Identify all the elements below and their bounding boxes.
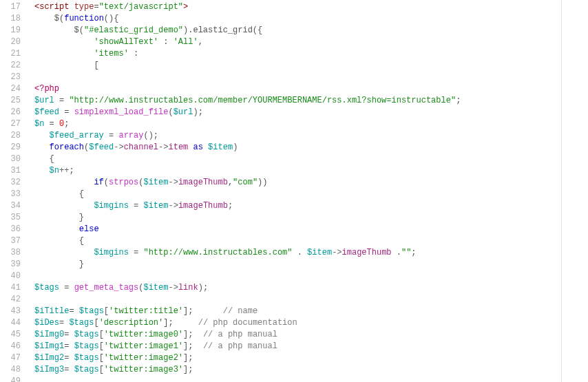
code-line[interactable]: $n++;: [34, 165, 588, 177]
line-number: 42: [3, 294, 21, 306]
code-line[interactable]: {: [34, 189, 588, 200]
code-line[interactable]: [34, 270, 588, 282]
code-line[interactable]: {: [34, 153, 588, 165]
line-number-gutter: 1718192021222324252627282930313233343536…: [0, 0, 26, 382]
code-line[interactable]: $iImg3= $tags['twitter:image3'];: [34, 364, 588, 376]
line-number: 47: [3, 352, 21, 364]
line-number: 33: [3, 189, 21, 200]
code-line[interactable]: }: [34, 259, 588, 270]
code-line[interactable]: [34, 376, 588, 382]
line-number: 38: [3, 247, 21, 259]
line-number: 45: [3, 329, 21, 341]
code-line[interactable]: [34, 294, 588, 306]
line-number: 20: [3, 36, 21, 48]
code-line[interactable]: }: [34, 212, 588, 224]
code-content-area[interactable]: <script type="text/javascript"> $(functi…: [26, 0, 588, 382]
line-number: 48: [3, 364, 21, 376]
code-line[interactable]: $iDes= $tags['description']; // php docu…: [34, 317, 588, 329]
line-number: 19: [3, 25, 21, 36]
line-number: 43: [3, 306, 21, 317]
line-number: 44: [3, 317, 21, 329]
line-number: 32: [3, 177, 21, 189]
line-number: 22: [3, 60, 21, 72]
code-line[interactable]: $("#elastic_grid_demo").elastic_grid({: [34, 25, 588, 36]
code-line[interactable]: $url = "http://www.instructables.com/mem…: [34, 95, 588, 107]
code-line[interactable]: <?php: [34, 83, 588, 95]
line-number: 36: [3, 224, 21, 235]
code-line[interactable]: foreach($feed->channel->item as $item): [34, 142, 588, 153]
code-line[interactable]: $n = 0;: [34, 118, 588, 130]
code-line[interactable]: $(function(){: [34, 13, 588, 25]
code-line[interactable]: $iTitle= $tags['twitter:title']; // name: [34, 306, 588, 317]
line-number: 31: [3, 165, 21, 177]
code-line[interactable]: {: [34, 235, 588, 247]
code-line[interactable]: $imgins = $item->imageThumb;: [34, 200, 588, 212]
line-number: 24: [3, 83, 21, 95]
code-line[interactable]: $iImg1= $tags['twitter:image1']; // a ph…: [34, 341, 588, 352]
line-number: 41: [3, 282, 21, 294]
line-number: 40: [3, 270, 21, 282]
line-number: 49: [3, 376, 21, 382]
code-line[interactable]: if(strpos($item->imageThumb,"com")): [34, 177, 588, 189]
line-number: 39: [3, 259, 21, 270]
line-number: 17: [3, 1, 21, 13]
line-number: 23: [3, 72, 21, 83]
line-number: 28: [3, 130, 21, 142]
right-margin-line: [561, 0, 562, 382]
code-line[interactable]: $tags = get_meta_tags($item->link);: [34, 282, 588, 294]
line-number: 25: [3, 95, 21, 107]
code-line[interactable]: $iImg2= $tags['twitter:image2'];: [34, 352, 588, 364]
line-number: 29: [3, 142, 21, 153]
code-line[interactable]: $feed = simplexml_load_file($url);: [34, 107, 588, 118]
code-line[interactable]: [: [34, 60, 588, 72]
code-line[interactable]: 'showAllText' : 'All',: [34, 36, 588, 48]
line-number: 27: [3, 118, 21, 130]
code-editor[interactable]: 1718192021222324252627282930313233343536…: [0, 0, 588, 382]
line-number: 18: [3, 13, 21, 25]
line-number: 37: [3, 235, 21, 247]
code-line[interactable]: $imgins = "http://www.instructables.com"…: [34, 247, 588, 259]
code-line[interactable]: 'items' :: [34, 48, 588, 60]
code-line[interactable]: <script type="text/javascript">: [34, 1, 588, 13]
line-number: 21: [3, 48, 21, 60]
code-line[interactable]: $iImg0= $tags['twitter:image0']; // a ph…: [34, 329, 588, 341]
code-line[interactable]: [34, 72, 588, 83]
line-number: 26: [3, 107, 21, 118]
code-line[interactable]: else: [34, 224, 588, 235]
line-number: 34: [3, 200, 21, 212]
code-line[interactable]: $feed_array = array();: [34, 130, 588, 142]
line-number: 35: [3, 212, 21, 224]
line-number: 46: [3, 341, 21, 352]
line-number: 30: [3, 153, 21, 165]
